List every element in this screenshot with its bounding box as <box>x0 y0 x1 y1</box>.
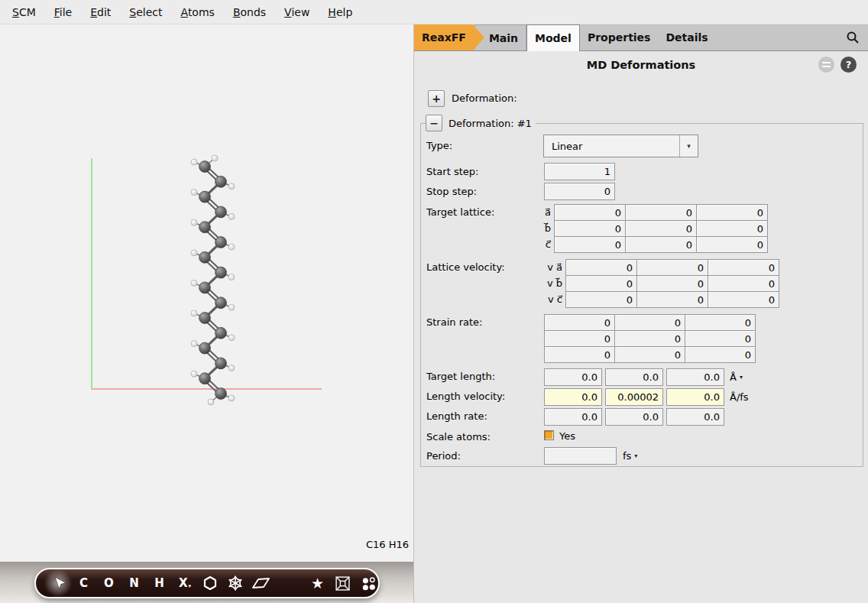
length-rate-1-input[interactable] <box>544 408 602 426</box>
menu-select[interactable]: Select <box>125 5 167 20</box>
stop-step-input[interactable] <box>544 183 615 200</box>
app-window: SCM File Edit Select Atoms Bonds View He… <box>0 0 868 603</box>
scale-atoms-label: Scale atoms: <box>426 429 491 446</box>
molecule-canvas <box>0 24 413 562</box>
length-velocity-unit-text: Å/fs <box>730 388 749 406</box>
star-tool[interactable]: ★ <box>305 572 330 595</box>
element-o-tool[interactable]: O <box>96 572 121 595</box>
scale-atoms-checkbox[interactable] <box>544 430 554 440</box>
element-n-tool[interactable]: N <box>121 572 147 595</box>
length-velocity-unit: Å/fs <box>730 388 749 406</box>
panel-menu-button[interactable] <box>818 57 834 73</box>
length-velocity-label: Length velocity: <box>426 388 505 405</box>
tab-details[interactable]: Details <box>658 24 715 50</box>
parallelogram-icon <box>251 576 270 591</box>
element-x-tool[interactable]: X▾ <box>172 572 197 595</box>
target-lattice-a1-input[interactable] <box>554 204 626 221</box>
molecule-toolbar: C O N H X▾ <box>34 568 380 598</box>
target-lattice-c3-input[interactable] <box>696 236 768 253</box>
dropdown-arrow-icon: ▾ <box>740 368 743 386</box>
period-unit-dropdown[interactable]: fs ▾ <box>623 447 637 465</box>
add-deformation-button[interactable]: + <box>428 90 445 107</box>
type-dropdown[interactable]: Linear ▾ <box>543 135 698 157</box>
plane-tool[interactable] <box>248 572 273 595</box>
strain-rate-32-input[interactable] <box>614 346 685 363</box>
pointer-tool[interactable] <box>46 572 71 595</box>
menu-help[interactable]: Help <box>323 5 357 20</box>
render-style-tool[interactable] <box>355 572 381 595</box>
tab-properties[interactable]: Properties <box>580 24 659 50</box>
target-length-2-input[interactable] <box>605 368 663 386</box>
target-length-unit: Å <box>730 368 737 386</box>
type-value: Linear <box>552 141 582 152</box>
length-rate-label: Length rate: <box>426 408 487 425</box>
target-lattice-b2-input[interactable] <box>625 220 697 237</box>
scale-atoms-value: Yes <box>559 428 575 445</box>
group-legend: − Deformation: #1 <box>426 115 536 131</box>
menu-bar: SCM File Edit Select Atoms Bonds View He… <box>0 0 868 24</box>
crystal-tool[interactable] <box>222 572 248 595</box>
strain-rate-11-input[interactable] <box>544 314 615 331</box>
element-h-tool[interactable]: H <box>147 572 172 595</box>
help-button[interactable]: ? <box>840 57 857 73</box>
lattice-velocity-a3-input[interactable] <box>708 259 779 276</box>
target-lattice-b3-input[interactable] <box>696 220 768 237</box>
chevron-down-icon: ▾ <box>189 583 192 589</box>
strain-rate-12-input[interactable] <box>614 314 685 331</box>
start-step-label: Start step: <box>426 164 478 180</box>
menu-scm[interactable]: SCM <box>8 5 40 20</box>
length-rate-2-input[interactable] <box>605 408 663 426</box>
menu-bonds[interactable]: Bonds <box>228 5 270 20</box>
vector-c-label: c⃗ <box>536 236 551 253</box>
strain-rate-23-input[interactable] <box>685 330 756 347</box>
lattice-velocity-b3-input[interactable] <box>708 275 779 292</box>
target-length-3-input[interactable] <box>666 368 724 386</box>
strain-rate-13-input[interactable] <box>685 314 756 331</box>
target-length-1-input[interactable] <box>544 368 602 386</box>
molecule-viewport[interactable]: C16 H16 <box>0 24 413 562</box>
target-lattice-a2-input[interactable] <box>625 204 697 221</box>
menu-atoms[interactable]: Atoms <box>177 5 219 20</box>
add-deformation-label: Deformation: <box>452 90 517 107</box>
ring-tool[interactable] <box>197 572 222 595</box>
period-input[interactable] <box>544 447 617 465</box>
lattice-velocity-b2-input[interactable] <box>636 275 708 292</box>
tab-model[interactable]: Model <box>526 24 580 51</box>
search-icon <box>846 31 860 44</box>
lattice-velocity-c2-input[interactable] <box>636 291 708 308</box>
tool-strip: C O N H X▾ <box>0 562 413 603</box>
length-velocity-3-input[interactable] <box>666 388 724 406</box>
target-lattice-a3-input[interactable] <box>696 204 768 221</box>
length-velocity-1-input[interactable] <box>544 388 602 406</box>
menu-file[interactable]: File <box>50 5 76 20</box>
length-rate-3-input[interactable] <box>666 408 724 426</box>
strain-rate-21-input[interactable] <box>544 330 615 347</box>
page-title: MD Deformations <box>414 59 868 71</box>
tab-reaxff[interactable]: ReaxFF <box>414 24 484 50</box>
lattice-velocity-c3-input[interactable] <box>708 291 779 308</box>
velocity-a-label: v a⃗ <box>533 259 562 276</box>
length-velocity-2-input[interactable] <box>605 388 663 406</box>
dropdown-arrow-icon: ▾ <box>634 447 637 465</box>
search-button[interactable] <box>837 24 868 50</box>
element-c-tool[interactable]: C <box>71 572 96 595</box>
collapse-deformation-button[interactable]: − <box>426 115 442 131</box>
menu-edit[interactable]: Edit <box>86 5 115 20</box>
target-length-unit-dropdown[interactable]: Å ▾ <box>730 368 743 386</box>
menu-view[interactable]: View <box>280 5 314 20</box>
lattice-velocity-a1-input[interactable] <box>565 259 637 276</box>
target-lattice-c2-input[interactable] <box>625 236 697 253</box>
lattice-velocity-b1-input[interactable] <box>565 275 637 292</box>
start-step-input[interactable] <box>544 163 615 180</box>
period-label: Period: <box>426 448 461 465</box>
velocity-c-label: v c⃗ <box>533 291 562 308</box>
target-lattice-b1-input[interactable] <box>554 220 626 237</box>
strain-rate-22-input[interactable] <box>614 330 685 347</box>
snowflake-icon <box>227 575 244 592</box>
strain-rate-33-input[interactable] <box>685 346 756 363</box>
target-lattice-c1-input[interactable] <box>554 236 626 253</box>
lattice-velocity-a2-input[interactable] <box>636 259 708 276</box>
strain-rate-31-input[interactable] <box>544 346 615 363</box>
cell-box-tool[interactable] <box>330 572 355 595</box>
lattice-velocity-c1-input[interactable] <box>565 291 637 308</box>
